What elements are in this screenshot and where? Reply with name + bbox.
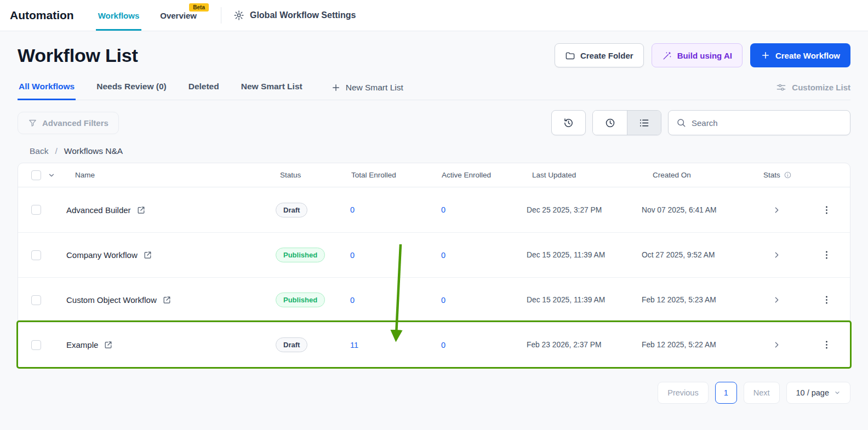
table-header-row: Name Status Total Enrolled Active Enroll… (18, 163, 850, 187)
page-title: Workflow List (18, 45, 138, 66)
tab-all-workflows[interactable]: All Workflows (18, 82, 76, 100)
row-menu-kebab[interactable] (819, 293, 834, 308)
row-checkbox[interactable] (31, 205, 41, 215)
row-menu-kebab[interactable] (819, 248, 834, 263)
external-link-icon[interactable] (143, 250, 152, 260)
row-menu-kebab[interactable] (819, 202, 834, 217)
created-on-value: Feb 12 2025, 5:23 AM (632, 296, 750, 304)
total-enrolled-link[interactable]: 0 (350, 251, 355, 260)
last-updated-value: Dec 15 2025, 11:39 AM (513, 251, 632, 259)
tab-needs-review[interactable]: Needs Review (0) (95, 82, 168, 100)
status-badge: Published (276, 293, 325, 307)
automation-page: Automation Workflows Overview Beta Globa… (0, 0, 868, 430)
tab-new-smart-list[interactable]: New Smart List (240, 82, 304, 100)
active-enrolled-link[interactable]: 0 (441, 205, 446, 214)
row-checkbox[interactable] (31, 340, 41, 350)
column-header-status: Status (259, 171, 332, 179)
workflow-list-tabs: All Workflows Needs Review (0) Deleted N… (18, 82, 850, 100)
last-updated-value: Dec 25 2025, 3:27 PM (513, 206, 632, 214)
workflow-table: Name Status Total Enrolled Active Enroll… (18, 163, 850, 368)
external-link-icon[interactable] (104, 340, 113, 349)
created-on-value: Feb 12 2025, 5:22 AM (632, 341, 750, 349)
build-using-ai-button[interactable]: Build using AI (652, 43, 743, 67)
previous-page-button[interactable]: Previous (658, 382, 708, 404)
customize-list-button[interactable]: Customize List (776, 82, 850, 100)
recent-view-button[interactable] (593, 111, 627, 135)
customize-list-label: Customize List (792, 83, 850, 92)
table-row: Example Draft 11 0 Feb 23 2026, 2:37 PM … (18, 322, 850, 367)
breadcrumb-current-folder: Workflows N&A (64, 146, 123, 156)
status-badge: Draft (276, 203, 307, 217)
breadcrumb: Back / Workflows N&A (18, 146, 850, 156)
magic-wand-icon (662, 50, 672, 61)
tab-overview-label: Overview (160, 11, 197, 20)
column-header-last-updated: Last Updated (513, 171, 632, 179)
column-header-active-enrolled: Active Enrolled (422, 171, 513, 179)
history-clock-icon (563, 117, 574, 129)
external-link-icon[interactable] (136, 205, 146, 215)
execution-history-button[interactable] (551, 110, 586, 135)
total-enrolled-link[interactable]: 0 (350, 296, 355, 305)
tab-overview[interactable]: Overview Beta (158, 0, 199, 31)
clock-icon (604, 117, 616, 129)
row-checkbox[interactable] (31, 295, 41, 305)
tab-deleted[interactable]: Deleted (187, 82, 220, 100)
row-menu-kebab[interactable] (819, 337, 834, 353)
beta-badge: Beta (189, 3, 209, 12)
total-enrolled-link[interactable]: 11 (350, 341, 358, 349)
workflow-name-link[interactable]: Example (66, 340, 98, 349)
app-title: Automation (10, 9, 74, 22)
column-header-stats: Stats (763, 171, 780, 179)
workflow-name-link[interactable]: Custom Object Workflow (66, 295, 157, 305)
global-workflow-settings-button[interactable]: Global Workflow Settings (233, 10, 356, 21)
next-page-button[interactable]: Next (744, 382, 780, 404)
tab-workflows-label: Workflows (98, 11, 140, 20)
new-smart-list-button[interactable]: New Smart List (331, 83, 403, 100)
new-smart-list-label: New Smart List (346, 83, 403, 93)
active-enrolled-link[interactable]: 0 (441, 341, 446, 349)
search-box (668, 110, 850, 135)
external-link-icon[interactable] (162, 295, 172, 305)
pagination: Previous 1 Next 10 / page (18, 382, 850, 404)
search-input[interactable] (692, 118, 842, 128)
plus-icon (761, 50, 770, 60)
breadcrumb-separator: / (55, 146, 57, 156)
create-folder-button[interactable]: Create Folder (555, 43, 644, 67)
table-row: Company Workflow Published 0 0 Dec 15 20… (18, 232, 850, 277)
column-header-created-on: Created On (632, 171, 750, 179)
stats-expand-chevron[interactable] (769, 202, 784, 217)
search-icon (676, 118, 686, 128)
status-badge: Draft (276, 337, 307, 352)
top-navigation-bar: Automation Workflows Overview Beta Globa… (0, 0, 868, 31)
info-icon (784, 171, 792, 179)
workflow-name-link[interactable]: Company Workflow (66, 250, 138, 260)
active-enrolled-link[interactable]: 0 (441, 296, 446, 305)
created-on-value: Nov 07 2025, 6:41 AM (632, 206, 750, 214)
created-on-value: Oct 27 2025, 9:52 AM (632, 251, 750, 259)
select-all-checkbox[interactable] (31, 170, 41, 180)
total-enrolled-link[interactable]: 0 (350, 205, 355, 214)
active-enrolled-link[interactable]: 0 (441, 251, 446, 260)
stats-expand-chevron[interactable] (769, 248, 784, 263)
page-size-select[interactable]: 10 / page (786, 382, 850, 404)
last-updated-value: Feb 23 2026, 2:37 PM (513, 341, 632, 349)
breadcrumb-back-link[interactable]: Back (30, 146, 48, 156)
tab-workflows[interactable]: Workflows (96, 0, 142, 31)
create-workflow-button[interactable]: Create Workflow (750, 43, 850, 67)
stats-expand-chevron[interactable] (769, 337, 784, 353)
table-row: Advanced Builder Draft 0 0 Dec 25 2025, … (18, 187, 850, 232)
workflow-name-link[interactable]: Advanced Builder (66, 205, 131, 215)
current-page-button[interactable]: 1 (715, 382, 737, 404)
build-using-ai-label: Build using AI (677, 51, 732, 60)
row-checkbox[interactable] (31, 250, 41, 260)
gear-icon (233, 10, 244, 21)
list-view-button[interactable] (627, 111, 661, 135)
column-header-total-enrolled: Total Enrolled (332, 171, 422, 179)
chevron-down-icon (834, 389, 841, 396)
page-size-value: 10 / page (796, 388, 829, 397)
table-row: Custom Object Workflow Published 0 0 Dec… (18, 277, 850, 322)
advanced-filters-button[interactable]: Advanced Filters (18, 112, 119, 134)
chevron-down-icon[interactable] (48, 171, 55, 179)
create-workflow-label: Create Workflow (775, 51, 840, 60)
stats-expand-chevron[interactable] (769, 293, 784, 308)
